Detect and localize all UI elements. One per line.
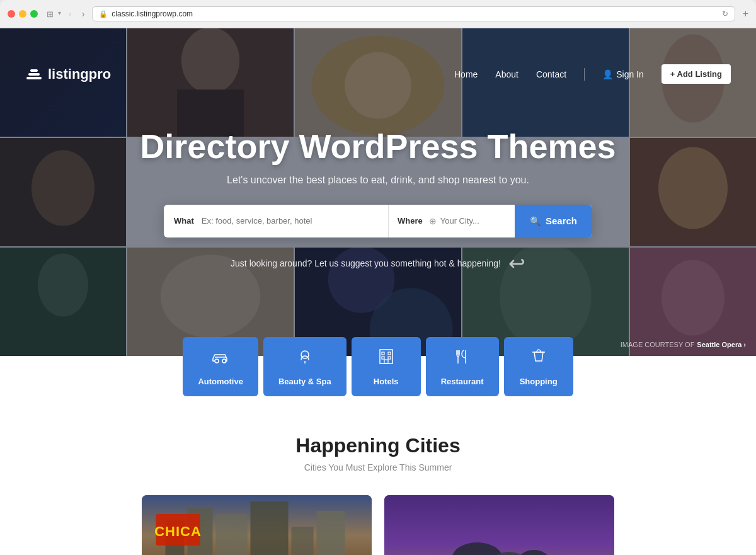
city-card-la[interactable]: Los Angeles xyxy=(384,495,614,555)
chevron-icon: ▾ xyxy=(58,9,61,19)
search-where-field[interactable]: Where ⊕ xyxy=(389,205,515,237)
svg-rect-49 xyxy=(384,495,614,555)
looking-around-text: Just looking around? Let us suggest you … xyxy=(231,251,525,275)
svg-rect-35 xyxy=(388,357,391,359)
close-window-btn[interactable] xyxy=(8,10,15,18)
category-restaurant[interactable]: Restaurant xyxy=(426,337,499,396)
chicago-bg: CHICA xyxy=(142,495,372,555)
restaurant-label: Restaurant xyxy=(441,377,484,386)
looking-around-label: Just looking around? Let us suggest you … xyxy=(231,258,501,268)
new-tab-button[interactable]: + xyxy=(743,8,748,20)
svg-rect-46 xyxy=(317,511,345,555)
url-display: classic.listingprowp.com xyxy=(112,9,718,18)
beauty-spa-label: Beauty & Spa xyxy=(278,377,331,386)
svg-rect-0 xyxy=(26,77,42,79)
user-icon: 👤 xyxy=(602,69,613,79)
svg-rect-45 xyxy=(292,527,314,555)
search-icon: 🔍 xyxy=(530,216,541,226)
svg-rect-43 xyxy=(216,514,248,555)
category-automotive[interactable]: Automotive xyxy=(183,337,258,396)
add-listing-label: + Add Listing xyxy=(670,69,722,79)
site-header: listingpro Home About Contact 👤 Sign In … xyxy=(0,54,756,94)
happening-cities-section: Happening Cities Cities You Must Explore… xyxy=(0,396,756,555)
search-button[interactable]: 🔍 Search xyxy=(515,205,592,237)
refresh-button[interactable]: ↻ xyxy=(722,9,728,18)
svg-rect-1 xyxy=(28,73,40,76)
nav-buttons: ⊞ ▾ xyxy=(47,9,61,19)
hero-title: Directory WordPress Themes xyxy=(140,128,616,165)
back-button[interactable]: ‹ xyxy=(66,8,74,20)
nav-divider xyxy=(584,68,585,81)
swirl-icon: ↩ xyxy=(508,251,525,275)
logo-text: listingpro xyxy=(48,66,111,83)
lock-icon: 🔒 xyxy=(99,10,108,18)
hero-subtitle: Let's uncover the best places to eat, dr… xyxy=(227,175,529,186)
svg-rect-34 xyxy=(382,357,384,359)
categories-section: Automotive Beauty & Spa xyxy=(0,337,756,396)
search-what-input[interactable] xyxy=(202,216,378,226)
minimize-window-btn[interactable] xyxy=(19,10,26,18)
svg-rect-36 xyxy=(384,360,388,363)
main-nav: Home About Contact 👤 Sign In + Add Listi… xyxy=(454,64,731,84)
logo-icon xyxy=(25,66,43,83)
what-label: What xyxy=(174,216,194,226)
svg-rect-32 xyxy=(382,352,384,355)
beauty-spa-icon xyxy=(295,347,314,370)
nav-about[interactable]: About xyxy=(495,69,518,79)
website-container: listingpro Home About Contact 👤 Sign In … xyxy=(0,28,756,555)
restaurant-icon xyxy=(453,347,472,370)
la-bg xyxy=(384,495,614,555)
maximize-window-btn[interactable] xyxy=(30,10,38,18)
window-controls xyxy=(8,10,38,18)
shopping-label: Shopping xyxy=(520,377,558,386)
forward-button[interactable]: › xyxy=(79,8,88,20)
location-icon: ⊕ xyxy=(429,216,437,226)
logo-link[interactable]: listingpro xyxy=(25,66,111,83)
hotels-label: Hotels xyxy=(374,377,399,386)
category-shopping[interactable]: Shopping xyxy=(504,337,573,396)
svg-point-28 xyxy=(215,359,219,363)
svg-text:CHICA: CHICA xyxy=(154,524,202,539)
happening-cities-subtitle: Cities You Must Explore This Summer xyxy=(25,462,731,472)
nav-home[interactable]: Home xyxy=(454,69,478,79)
search-what-field[interactable]: What xyxy=(164,205,389,237)
automotive-label: Automotive xyxy=(198,377,243,386)
hotels-icon xyxy=(377,347,396,370)
browser-chrome: ⊞ ▾ ‹ › 🔒 classic.listingprowp.com ↻ + xyxy=(0,0,756,28)
window-grid-icon: ⊞ xyxy=(47,9,54,19)
nav-contact[interactable]: Contact xyxy=(536,69,566,79)
search-bar: What Where ⊕ 🔍 Search xyxy=(164,205,592,237)
sign-in-label: Sign In xyxy=(616,69,644,79)
where-label: Where xyxy=(398,216,423,226)
automotive-icon xyxy=(211,347,230,370)
svg-rect-33 xyxy=(388,352,391,355)
sign-in-button[interactable]: 👤 Sign In xyxy=(602,69,644,79)
cities-grid: CHICA xyxy=(142,495,614,555)
category-beauty-spa[interactable]: Beauty & Spa xyxy=(263,337,346,396)
happening-cities-title: Happening Cities xyxy=(25,434,731,457)
browser-titlebar: ⊞ ▾ ‹ › 🔒 classic.listingprowp.com ↻ + xyxy=(0,6,756,28)
shopping-icon xyxy=(529,347,548,370)
svg-rect-2 xyxy=(30,69,38,72)
svg-rect-44 xyxy=(251,501,289,555)
add-listing-button[interactable]: + Add Listing xyxy=(662,64,731,84)
address-bar[interactable]: 🔒 classic.listingprowp.com ↻ xyxy=(92,6,735,21)
category-hotels[interactable]: Hotels xyxy=(352,337,421,396)
city-card-chicago[interactable]: CHICA xyxy=(142,495,372,555)
search-button-label: Search xyxy=(546,215,577,226)
